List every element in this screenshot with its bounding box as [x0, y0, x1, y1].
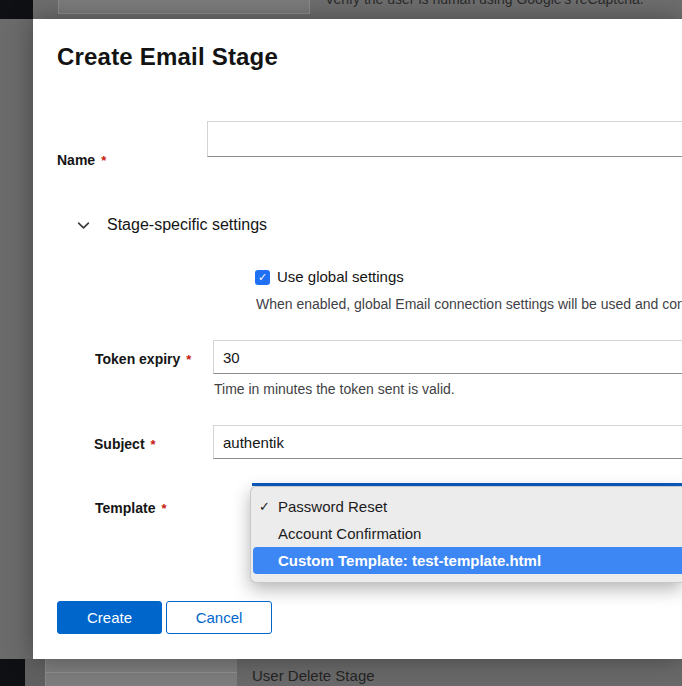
backdrop-top: Verify the user is human using Google's … — [0, 0, 682, 19]
modal-title: Create Email Stage — [57, 43, 278, 71]
token-expiry-label: Token expiry* — [95, 351, 191, 367]
template-label-text: Template — [95, 500, 155, 516]
name-label-text: Name — [57, 152, 95, 168]
backdrop-bottom: User Delete Stage — [0, 659, 682, 686]
background-row-description: Verify the user is human using Google's … — [325, 0, 644, 7]
check-icon: ✓ — [258, 271, 267, 284]
name-label: Name* — [57, 152, 106, 168]
stage-specific-settings-toggle[interactable]: Stage-specific settings — [75, 216, 267, 234]
token-expiry-input[interactable] — [213, 340, 682, 374]
subject-input[interactable] — [213, 425, 682, 459]
use-global-settings-label: Use global settings — [277, 268, 404, 285]
divider — [46, 672, 237, 673]
option-label: Account Confirmation — [278, 525, 421, 542]
cancel-button[interactable]: Cancel — [166, 601, 272, 634]
option-label: Custom Template: test-template.html — [278, 552, 541, 569]
create-button[interactable]: Create — [57, 601, 162, 634]
token-expiry-help: Time in minutes the token sent is valid. — [214, 381, 455, 397]
screen: Verify the user is human using Google's … — [0, 0, 682, 686]
subject-label-text: Subject — [94, 436, 145, 452]
check-icon: ✓ — [259, 499, 278, 514]
app-sidebar — [0, 659, 25, 686]
use-global-settings-help: When enabled, global Email connection se… — [256, 296, 682, 312]
chevron-down-icon — [75, 217, 91, 233]
option-label: Password Reset — [278, 498, 387, 515]
background-gutter — [25, 659, 45, 686]
background-table-cell — [58, 0, 310, 14]
required-asterisk: * — [151, 437, 156, 452]
background-row-title: User Delete Stage — [252, 667, 375, 684]
dropdown-option-password-reset[interactable]: ✓ Password Reset — [251, 493, 682, 520]
name-input[interactable] — [207, 121, 682, 157]
group-header-label: Stage-specific settings — [107, 216, 267, 234]
subject-label: Subject* — [94, 436, 156, 452]
app-sidebar — [0, 0, 33, 19]
required-asterisk: * — [186, 352, 191, 367]
use-global-settings-checkbox[interactable]: ✓ — [255, 270, 270, 285]
token-expiry-label-text: Token expiry — [95, 351, 180, 367]
dropdown-option-custom-template[interactable]: Custom Template: test-template.html — [253, 547, 682, 574]
create-email-stage-modal: Create Email Stage Name* Stage-specific … — [33, 19, 682, 659]
required-asterisk: * — [161, 501, 166, 516]
background-table-cell — [45, 659, 237, 686]
template-label: Template* — [95, 500, 167, 516]
dropdown-option-account-confirmation[interactable]: Account Confirmation — [251, 520, 682, 547]
template-dropdown-menu: ✓ Password Reset Account Confirmation Cu… — [250, 486, 682, 583]
required-asterisk: * — [101, 153, 106, 168]
